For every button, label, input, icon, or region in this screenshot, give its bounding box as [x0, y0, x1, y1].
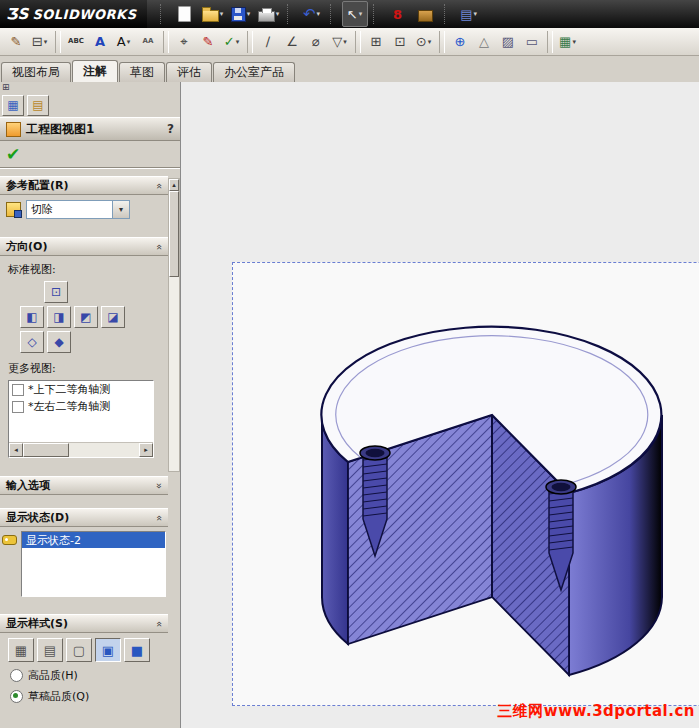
dropdown-caret-icon[interactable]: ▾ — [359, 10, 363, 18]
collapse-chevron-icon[interactable]: « — [154, 243, 164, 249]
area-hatch-button[interactable]: ▨ — [496, 30, 520, 54]
hidden-lines-removed-style-button[interactable]: ▢ — [66, 638, 92, 662]
hidden-lines-visible-style-button[interactable]: ▤ — [37, 638, 63, 662]
import-options-header[interactable]: 输入选项 « — [0, 476, 168, 495]
view-isometric-button[interactable]: ◇ — [20, 331, 44, 353]
datum-feature-button[interactable]: ▽▾ — [328, 30, 352, 54]
display-style-header[interactable]: 显示样式(S) « — [0, 614, 168, 633]
design-checker-button[interactable]: ✓▾ — [220, 30, 244, 54]
drawing-graphics-area[interactable]: 三维网www.3dportal.cn — [181, 82, 699, 728]
linear-note-pattern-button[interactable]: AA — [136, 30, 160, 54]
high-quality-option[interactable]: 高品质(H) — [10, 668, 162, 683]
smart-dimension-button[interactable]: ✎ — [4, 30, 28, 54]
dropdown-caret-icon[interactable]: ▾ — [127, 38, 131, 46]
model-items-button[interactable]: ⊟▾ — [28, 30, 52, 54]
draft-quality-option[interactable]: 草稿品质(Q) — [10, 689, 162, 704]
angle-dimension-button[interactable]: ∠ — [280, 30, 304, 54]
view-front-button[interactable]: ⊡ — [44, 281, 68, 303]
tab-evaluate[interactable]: 评估 — [166, 62, 212, 82]
format-painter-button[interactable]: A — [88, 30, 112, 54]
magnifier-button[interactable]: ⊙▾ — [412, 30, 436, 54]
options-button[interactable]: ▤ ▾ — [456, 1, 482, 27]
hole-callout-button[interactable]: ⌀ — [304, 30, 328, 54]
scrollbar-track[interactable] — [69, 443, 139, 457]
sheet-tab[interactable]: ▤ — [27, 95, 49, 116]
shaded-with-edges-style-button[interactable]: ▣ — [95, 638, 121, 662]
dropdown-caret-icon[interactable]: ▾ — [44, 38, 48, 46]
dropdown-caret-icon[interactable]: ▾ — [236, 38, 240, 46]
list-item[interactable]: *左右二等角轴测 — [9, 398, 153, 415]
view-top-button[interactable]: ◪ — [101, 306, 125, 328]
collapse-chevron-icon[interactable]: « — [154, 182, 164, 188]
tab-view-layout[interactable]: 视图布局 — [1, 62, 71, 82]
scroll-left-icon[interactable]: ◂ — [9, 443, 23, 457]
display-state-header[interactable]: 显示状态(D) « — [0, 508, 168, 527]
dropdown-caret-icon[interactable]: ▾ — [572, 38, 576, 46]
scrollbar-thumb[interactable] — [169, 191, 179, 277]
ok-check-icon[interactable]: ✔ — [6, 146, 20, 163]
scroll-up-icon[interactable]: ▴ — [169, 179, 179, 191]
model-view-button[interactable]: ⊞ — [364, 30, 388, 54]
radio-button[interactable] — [10, 669, 23, 682]
scroll-right-icon[interactable]: ▸ — [139, 443, 153, 457]
drawing-view-cylinder-with-wedge-cut[interactable] — [181, 82, 699, 728]
tab-office-products[interactable]: 办公室产品 — [213, 62, 295, 82]
revision-symbol-icon: ✎ — [203, 35, 214, 48]
ordinate-dimension-button[interactable]: ∕ — [256, 30, 280, 54]
configuration-select[interactable]: 切除 ▾ — [26, 200, 130, 219]
list-item[interactable]: *上下二等角轴测 — [9, 381, 153, 398]
collapse-chevron-icon[interactable]: « — [154, 620, 164, 626]
instant3d-button[interactable]: 8 — [385, 1, 411, 27]
spell-checker-button[interactable]: ABC — [64, 30, 88, 54]
dropdown-caret-icon[interactable]: ▾ — [317, 10, 321, 18]
revision-symbol-button[interactable]: ✎ — [196, 30, 220, 54]
tables-button[interactable]: ▦▾ — [556, 30, 580, 54]
more-views-listbox[interactable]: *上下二等角轴测 *左右二等角轴测 ◂ ▸ — [8, 380, 154, 458]
view-dimetric-button[interactable]: ◆ — [47, 331, 71, 353]
expand-chevron-icon[interactable]: « — [154, 482, 164, 488]
block-icon: ▭ — [526, 35, 538, 48]
open-button[interactable]: ▾ — [200, 1, 226, 27]
view-back-button[interactable]: ◧ — [20, 306, 44, 328]
dropdown-caret-icon[interactable]: ▾ — [220, 10, 224, 18]
dropdown-caret-icon[interactable]: ▾ — [343, 38, 347, 46]
select-button[interactable]: ↖ ▾ — [342, 1, 368, 27]
draft-quality-button[interactable]: △ — [472, 30, 496, 54]
display-state-listbox[interactable]: 显示状态-2 — [21, 531, 166, 597]
checkbox[interactable] — [12, 401, 24, 413]
note-button[interactable]: A▾ — [112, 30, 136, 54]
checkbox[interactable] — [12, 384, 24, 396]
reference-configuration-header[interactable]: 参考配置(R) « — [0, 176, 168, 195]
dropdown-caret-icon[interactable]: ▾ — [428, 38, 432, 46]
collapse-chevron-icon[interactable]: « — [154, 514, 164, 520]
toolbox-button[interactable] — [413, 1, 439, 27]
radio-button-selected[interactable] — [10, 690, 23, 703]
panel-vertical-scrollbar[interactable]: ▴ — [168, 178, 180, 472]
zoom-to-area-button[interactable]: ⌖ — [172, 30, 196, 54]
print-button[interactable]: ▾ — [256, 1, 282, 27]
wireframe-style-button[interactable]: ▦ — [8, 638, 34, 662]
view-right-button[interactable]: ◩ — [74, 306, 98, 328]
dropdown-caret-icon[interactable]: ▾ — [473, 10, 477, 18]
shaded-style-button[interactable]: ■ — [124, 638, 150, 662]
tab-sketch[interactable]: 草图 — [119, 62, 165, 82]
dropdown-caret-icon[interactable]: ▾ — [276, 10, 280, 18]
panel-pin-icon[interactable]: ⊞ — [2, 83, 10, 92]
help-icon[interactable]: ? — [167, 122, 174, 136]
dropdown-caret-icon[interactable]: ▾ — [247, 10, 251, 18]
chevron-down-icon[interactable]: ▾ — [112, 201, 129, 218]
new-document-button[interactable] — [172, 1, 198, 27]
undo-button[interactable]: ↶ ▾ — [299, 1, 325, 27]
block-button[interactable]: ▭ — [520, 30, 544, 54]
view-dimetric-icon: ◆ — [54, 336, 63, 348]
save-button[interactable]: ▾ — [228, 1, 254, 27]
orientation-header[interactable]: 方向(O) « — [0, 237, 168, 256]
horizontal-scrollbar[interactable]: ◂ ▸ — [9, 442, 153, 457]
tab-annotation[interactable]: 注解 — [72, 60, 118, 82]
scrollbar-thumb[interactable] — [23, 443, 69, 457]
display-state-item-selected[interactable]: 显示状态-2 — [22, 532, 165, 548]
origin-button[interactable]: ⊕ — [448, 30, 472, 54]
view-left-button[interactable]: ◨ — [47, 306, 71, 328]
section-view-button[interactable]: ⊡ — [388, 30, 412, 54]
properties-tab[interactable]: ▦ — [2, 95, 24, 116]
